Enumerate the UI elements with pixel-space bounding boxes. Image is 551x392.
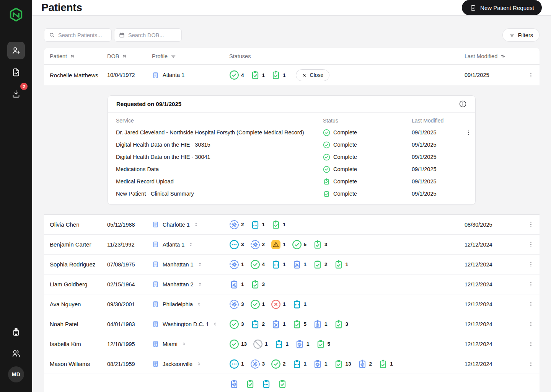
status-count: 1 [286, 341, 289, 347]
sidebar-item-facilities[interactable] [7, 323, 25, 341]
kebab-icon [528, 361, 534, 367]
profile-unfold-icon[interactable] [197, 261, 203, 267]
row-menu-button[interactable] [526, 319, 536, 329]
table-row[interactable]: Benjamin Carter11/23/1992Atlanta 1321531… [44, 235, 540, 255]
status-count: 4 [262, 261, 265, 267]
sidebar-item-team[interactable] [7, 345, 25, 362]
service-row: Dr. Jared Cleveland - Northside Hospital… [108, 126, 475, 139]
status-clipboard-gear: 1 [313, 359, 328, 369]
status-count: 3 [241, 242, 244, 247]
table-row[interactable]: Liam Goldberg02/15/1964Manhattan 21312/1… [44, 274, 540, 294]
table-row[interactable]: Mason Williams08/21/1959Jacksonville1321… [44, 354, 540, 374]
status-clipboard-check: 13 [334, 359, 351, 369]
patient-statuses: 411Close [229, 69, 465, 81]
patient-profile[interactable]: Miami [152, 340, 229, 348]
search-dob-input[interactable] [128, 32, 177, 38]
patient-profile[interactable]: Atlanta 1 [152, 72, 229, 79]
table-row[interactable]: Olivia Chen05/12/1988Charlotte 121108/30… [44, 215, 540, 235]
clipboard-check-up-icon [313, 240, 323, 250]
kebab-icon [528, 281, 534, 287]
status-count: 2 [283, 361, 286, 367]
kebab-icon [528, 72, 534, 78]
status-circle-check: 13 [229, 339, 247, 349]
brand-logo-icon[interactable] [7, 6, 25, 24]
last-modified-date: 12/12/2024 [465, 361, 522, 367]
row-menu-button[interactable] [526, 70, 536, 80]
table-row[interactable]: Sophia Rodriguez07/08/1975Manhattan 1141… [44, 255, 540, 274]
status-count: 1 [262, 222, 265, 227]
sort-arrows-icon [70, 53, 75, 59]
clipboard-gear-icon [295, 339, 305, 349]
close-expanded-button[interactable]: Close [296, 69, 330, 81]
service-menu-button[interactable] [464, 128, 473, 137]
service-row: New Patient - Clinical SummaryComplete09… [108, 188, 475, 200]
sidebar-item-downloads[interactable]: 2 [7, 85, 25, 103]
status-count: 1 [306, 341, 310, 347]
patient-profile[interactable]: Washington D.C. 1 [152, 320, 229, 328]
sidebar-item-reports[interactable] [7, 64, 25, 81]
service-last-modified: 09/1/2025 [412, 142, 464, 148]
clipboard-check-icon [250, 70, 260, 80]
last-modified-date: 08/30/2025 [465, 222, 522, 228]
filters-button[interactable]: Filters [502, 28, 540, 42]
status-clipboard-check-up: 3 [313, 240, 328, 250]
services-column-last-modified: Last Modified [412, 118, 464, 124]
table-row[interactable]: Rochelle Matthews10/04/1972Atlanta 1411C… [44, 65, 540, 85]
circle-check-icon [229, 339, 239, 349]
profile-unfold-icon[interactable] [196, 301, 202, 307]
download-count-badge: 2 [20, 83, 28, 90]
patient-profile[interactable]: Jacksonville [152, 360, 229, 368]
circle-gear-icon [229, 260, 239, 270]
patient-dob: 04/01/1983 [107, 321, 152, 327]
patient-profile[interactable]: Manhattan 2 [152, 281, 229, 288]
profile-unfold-icon[interactable] [197, 281, 203, 287]
circle-check-icon [271, 359, 281, 369]
row-menu-button[interactable] [526, 220, 536, 229]
column-header-profile[interactable]: Profile [152, 53, 229, 59]
status-count: 3 [262, 281, 265, 287]
column-header-patient[interactable]: Patient [50, 53, 107, 59]
search-patients-box [44, 28, 112, 42]
clipboard-check-icon [313, 260, 323, 270]
profile-unfold-icon[interactable] [193, 222, 199, 227]
status-count: 13 [241, 341, 247, 347]
table-row[interactable]: Noah Patel04/01/1983Washington D.C. 1321… [44, 314, 540, 334]
patient-profile[interactable]: Charlotte 1 [152, 221, 229, 228]
column-header-last-modified[interactable]: Last Modified [465, 53, 522, 59]
status-count: 1 [283, 321, 286, 327]
profile-unfold-icon[interactable] [196, 361, 202, 367]
row-menu-button[interactable] [526, 279, 536, 289]
controls-row: Filters [44, 28, 540, 42]
patient-profile[interactable]: Philadelphia [152, 301, 229, 308]
status-count: 1 [283, 222, 286, 227]
service-name: Medical Record Upload [116, 178, 323, 185]
circle-ellipsis-icon [229, 240, 239, 250]
status-clipboard-check-up: 3 [250, 279, 265, 289]
profile-unfold-icon[interactable] [212, 321, 218, 327]
row-menu-button[interactable] [526, 299, 536, 309]
status-count: 3 [262, 361, 265, 367]
status-count: 13 [346, 361, 351, 367]
profile-label: Washington D.C. 1 [163, 321, 209, 327]
column-header-dob[interactable]: DOB [107, 53, 152, 59]
row-menu-button[interactable] [526, 359, 536, 369]
status-count: 2 [324, 261, 328, 267]
profile-unfold-icon[interactable] [181, 341, 187, 347]
row-menu-button[interactable] [526, 339, 536, 349]
table-row[interactable]: Ava Nguyen09/30/2001Philadelphia311112/1… [44, 294, 540, 314]
profile-unfold-icon[interactable] [188, 242, 194, 247]
clipboard-ellipsis-icon [250, 220, 260, 230]
table-row-partial[interactable] [44, 374, 540, 392]
request-panel-header: Requested on 09/1/2025 [108, 96, 475, 113]
user-avatar[interactable]: MD [8, 366, 24, 382]
search-patients-input[interactable] [58, 32, 107, 38]
patient-profile[interactable]: Manhattan 1 [152, 261, 229, 268]
sidebar-item-add-patient[interactable] [7, 42, 25, 59]
person-add-icon [11, 46, 21, 56]
row-menu-button[interactable] [526, 240, 536, 249]
info-button[interactable] [458, 99, 468, 109]
row-menu-button[interactable] [526, 260, 536, 269]
table-row[interactable]: Isabella Kim12/18/1995Miami13111512/12/2… [44, 334, 540, 354]
patient-profile[interactable]: Atlanta 1 [152, 241, 229, 248]
new-patient-request-button[interactable]: New Patient Request [462, 0, 542, 15]
